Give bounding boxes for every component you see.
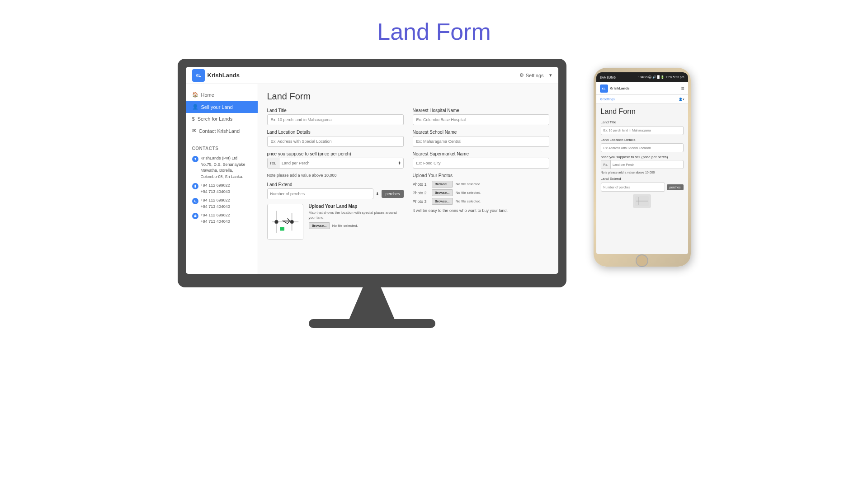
sidebar-item-search[interactable]: $ Serch for Lands bbox=[186, 113, 258, 125]
price-group: price you suppose to sell (price per per… bbox=[267, 151, 404, 169]
phone-land-title-input[interactable] bbox=[601, 126, 684, 135]
map-browse-row: Browse... No file selected. bbox=[309, 222, 404, 229]
photo2-browse-button[interactable]: Browse... bbox=[432, 189, 453, 196]
photos-section: Upload Your Photos Photo 1 Browse... No … bbox=[413, 173, 549, 213]
location-icon bbox=[192, 156, 198, 162]
school-label: Nearest School Name bbox=[413, 130, 549, 135]
home-icon: 🏠 bbox=[192, 92, 198, 98]
mobile-icon bbox=[192, 198, 198, 204]
upload-map-desc: Map that shows the location with special… bbox=[309, 210, 404, 220]
hamburger-icon[interactable]: ≡ bbox=[681, 85, 684, 92]
land-extend-wrapper: ⬍ perches bbox=[267, 188, 404, 199]
map-upload-info: Upload Your Land Map Map that shows the … bbox=[309, 204, 404, 229]
user-dropdown[interactable]: ▾ bbox=[549, 72, 552, 78]
phone-perches-button[interactable]: perches bbox=[667, 184, 684, 190]
phone-main: Land Form Land Title Land Location Detai… bbox=[596, 104, 688, 254]
phone-extend-input[interactable] bbox=[601, 183, 665, 192]
phone-icon bbox=[192, 183, 198, 189]
fax2: +94 713 404040 bbox=[201, 219, 230, 225]
perches-button[interactable]: perches bbox=[382, 190, 403, 198]
phone-price-prefix: Rs. bbox=[601, 160, 611, 169]
photo2-no-file: No file selected. bbox=[456, 191, 481, 195]
map-upload-section: Upload Your Land Map Map that shows the … bbox=[267, 204, 404, 240]
phone-land-extend-label: Land Extend bbox=[601, 177, 684, 181]
monitor-screen: KL KrishLands Settings ▾ bbox=[186, 67, 558, 274]
price-input-wrapper: Rs. ⬍ bbox=[267, 158, 404, 169]
monitor-stand bbox=[309, 287, 435, 328]
phone-price-wrapper: Rs. bbox=[601, 160, 684, 169]
land-extend-label: Land Extend bbox=[267, 182, 404, 187]
land-location-input[interactable] bbox=[267, 136, 404, 147]
gear-icon bbox=[519, 72, 524, 78]
settings-button[interactable]: Settings bbox=[519, 72, 544, 78]
monitor-mockup: KL KrishLands Settings ▾ bbox=[178, 59, 566, 328]
phone-price-input[interactable] bbox=[611, 163, 683, 166]
phone-settings-label[interactable]: ⚙ Settings bbox=[600, 98, 615, 101]
price-input[interactable] bbox=[279, 161, 396, 165]
phone-map-placeholder bbox=[633, 194, 651, 208]
map-no-file-text: No file selected. bbox=[332, 224, 358, 228]
svg-rect-11 bbox=[280, 227, 284, 231]
photo1-no-file: No file selected. bbox=[456, 182, 481, 186]
phone-brand-name: KrishLands bbox=[610, 86, 630, 90]
photo1-label: Photo 1 bbox=[413, 182, 429, 187]
sidebar-item-home[interactable]: 🏠 Home bbox=[186, 89, 258, 101]
phone-logo-icon: KL bbox=[600, 84, 608, 93]
form-title: Land Form bbox=[267, 91, 549, 102]
hospital-group: Nearest Hospital Name bbox=[413, 108, 549, 125]
sidebar-item-contact[interactable]: ✉ Contact KrishLand bbox=[186, 125, 258, 137]
phone-status-bar: SAMSUNG 1348/s ⓦ 🔊 ▉ 🔋 72% 5:23 pm bbox=[596, 72, 688, 82]
app-layout: 🏠 Home 👤 Sell your Land $ Serch for Land… bbox=[186, 84, 558, 274]
mobile1: +94 112 699822 bbox=[201, 197, 230, 204]
photo3-row: Photo 3 Browse... No file selected. bbox=[413, 198, 549, 205]
phone2: +94 713 404040 bbox=[201, 189, 230, 195]
dollar-icon: $ bbox=[192, 116, 195, 122]
svg-rect-1 bbox=[194, 185, 196, 188]
navbar-brand: KL KrishLands bbox=[192, 69, 240, 82]
sidebar-item-sell[interactable]: 👤 Sell your Land bbox=[186, 101, 258, 113]
land-location-label: Land Location Details bbox=[267, 130, 404, 135]
photo1-browse-button[interactable]: Browse... bbox=[432, 181, 453, 188]
photo3-label: Photo 3 bbox=[413, 199, 429, 204]
phone-carrier: SAMSUNG bbox=[600, 76, 616, 79]
phone-land-location-label: Land Location Details bbox=[601, 138, 684, 142]
phone-extend-row: perches bbox=[601, 183, 684, 192]
map-browse-button[interactable]: Browse... bbox=[309, 222, 330, 229]
land-title-label: Land Title bbox=[267, 108, 404, 113]
phone-land-title-label: Land Title bbox=[601, 120, 684, 124]
phone-land-location-input[interactable] bbox=[601, 143, 684, 152]
phone-navbar: KL KrishLands ≡ bbox=[596, 82, 688, 95]
price-spinner-icon[interactable]: ⬍ bbox=[396, 161, 403, 165]
phone1: +94 112 699822 bbox=[201, 183, 230, 189]
phone-settings-row: ⚙ Settings 👤▾ bbox=[596, 95, 688, 104]
supermarket-input[interactable] bbox=[413, 158, 549, 169]
svg-point-8 bbox=[274, 220, 278, 224]
mobile2: +94 713 404040 bbox=[201, 204, 230, 210]
photo2-row: Photo 2 Browse... No file selected. bbox=[413, 189, 549, 196]
hospital-input[interactable] bbox=[413, 114, 549, 125]
price-prefix: Rs. bbox=[268, 158, 280, 168]
hospital-label: Nearest Hospital Name bbox=[413, 108, 549, 113]
phone-user-icon[interactable]: 👤▾ bbox=[679, 98, 684, 101]
phone-form-title: Land Form bbox=[601, 108, 684, 116]
phone-price-note: Note please add a value above 10,000 bbox=[601, 171, 684, 174]
desktop-navbar: KL KrishLands Settings ▾ bbox=[186, 67, 558, 84]
fax1: +94 112 699822 bbox=[201, 212, 230, 219]
map-preview bbox=[267, 204, 303, 240]
photo3-browse-button[interactable]: Browse... bbox=[432, 198, 453, 205]
form-right-col: Nearest Hospital Name Nearest School Nam… bbox=[413, 108, 549, 240]
phone-screen: KL KrishLands ≡ ⚙ Settings 👤▾ Land Form … bbox=[596, 82, 688, 254]
phone-status: 1348/s ⓦ 🔊 ▉ 🔋 72% 5:23 pm bbox=[638, 75, 684, 80]
home-button[interactable] bbox=[636, 254, 648, 267]
extend-spinner-icon[interactable]: ⬍ bbox=[376, 192, 379, 196]
land-title-input[interactable] bbox=[267, 114, 404, 125]
supermarket-label: Nearest Supermarket Name bbox=[413, 151, 549, 156]
phone-bottom bbox=[596, 254, 688, 267]
upload-photos-title: Upload Your Photos bbox=[413, 173, 549, 178]
phone-frame: SAMSUNG 1348/s ⓦ 🔊 ▉ 🔋 72% 5:23 pm KL Kr… bbox=[594, 68, 691, 267]
land-extend-input[interactable] bbox=[267, 188, 374, 199]
monitor-frame: KL KrishLands Settings ▾ bbox=[178, 59, 566, 287]
phone-brand: KL KrishLands bbox=[600, 84, 630, 93]
school-input[interactable] bbox=[413, 136, 549, 147]
school-group: Nearest School Name bbox=[413, 130, 549, 147]
